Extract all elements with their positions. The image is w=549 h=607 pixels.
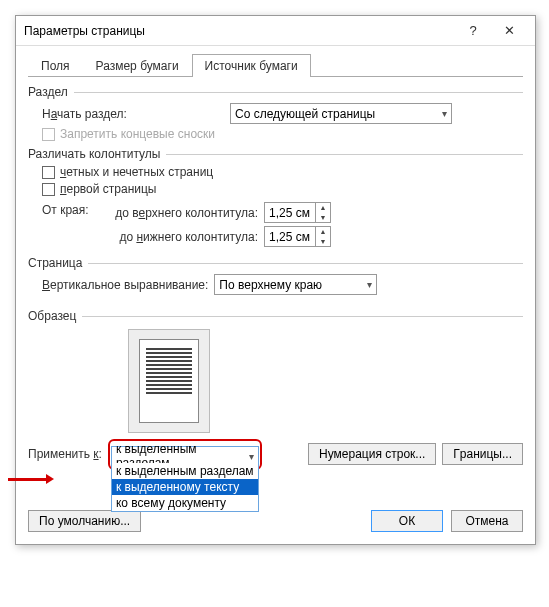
group-headers-footers: Различать колонтитулы	[28, 147, 160, 161]
line-numbers-button[interactable]: Нумерация строк...	[308, 443, 436, 465]
apply-option-whole-doc[interactable]: ко всему документу	[112, 495, 258, 511]
suppress-endnotes-checkbox: Запретить концевые сноски	[42, 127, 215, 141]
tab-paper-source[interactable]: Источник бумаги	[192, 54, 311, 77]
annotation-arrow	[8, 478, 48, 481]
borders-button[interactable]: Границы...	[442, 443, 523, 465]
cancel-button[interactable]: Отмена	[451, 510, 523, 532]
group-section: Раздел	[28, 85, 68, 99]
first-page-checkbox[interactable]: первой страницы	[42, 182, 156, 196]
apply-to-label: Применить к:	[28, 447, 102, 461]
group-sample: Образец	[28, 309, 76, 323]
apply-option-selected-text[interactable]: к выделенному тексту	[112, 479, 258, 495]
titlebar: Параметры страницы ? ✕	[16, 16, 535, 46]
start-section-select[interactable]: Со следующей страницы▾	[230, 103, 452, 124]
spin-down-icon[interactable]: ▼	[316, 213, 330, 223]
ok-button[interactable]: ОК	[371, 510, 443, 532]
close-button[interactable]: ✕	[491, 23, 527, 38]
from-edge-label: От края:	[42, 203, 89, 217]
help-button[interactable]: ?	[455, 23, 491, 38]
spin-down-icon[interactable]: ▼	[316, 237, 330, 247]
window-title: Параметры страницы	[24, 24, 455, 38]
header-distance-label: до верхнего колонтитула:	[106, 206, 258, 220]
valign-select[interactable]: По верхнему краю▾	[214, 274, 377, 295]
set-default-button[interactable]: По умолчанию...	[28, 510, 141, 532]
apply-to-dropdown[interactable]: к выделенным разделам к выделенному текс…	[111, 463, 259, 512]
header-distance-input[interactable]: ▲▼	[264, 202, 331, 223]
chevron-down-icon: ▾	[361, 279, 372, 290]
footer-distance-input[interactable]: ▲▼	[264, 226, 331, 247]
tab-fields[interactable]: Поля	[28, 54, 83, 77]
valign-label: Вертикальное выравнивание:	[42, 278, 208, 292]
tab-paper-size[interactable]: Размер бумаги	[83, 54, 192, 77]
spin-up-icon[interactable]: ▲	[316, 203, 330, 213]
spin-up-icon[interactable]: ▲	[316, 227, 330, 237]
tab-strip: Поля Размер бумаги Источник бумаги	[28, 54, 523, 77]
chevron-down-icon: ▾	[436, 108, 447, 119]
start-section-label: Начать раздел:	[42, 107, 162, 121]
apply-option-sections[interactable]: к выделенным разделам	[112, 463, 258, 479]
odd-even-checkbox[interactable]: четных и нечетных страниц	[42, 165, 213, 179]
highlight-box: к выделенным разделам▾ к выделенным разд…	[108, 439, 262, 470]
footer-distance-label: до нижнего колонтитула:	[106, 230, 258, 244]
page-preview	[128, 329, 210, 433]
chevron-down-icon: ▾	[243, 451, 254, 462]
group-page: Страница	[28, 256, 82, 270]
